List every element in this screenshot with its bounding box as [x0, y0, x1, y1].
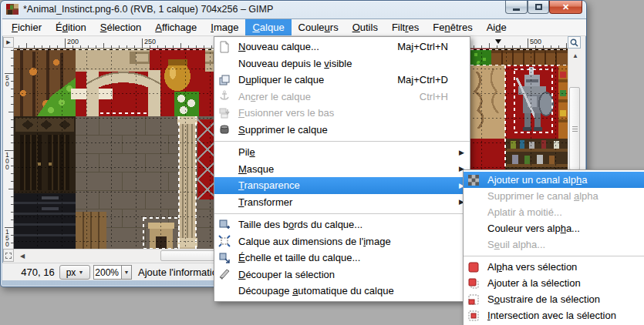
layer-menu-item-transformer[interactable]: Transformer▶	[214, 194, 470, 211]
transparency-submenu-item-ajouter-un-canal-alpha[interactable]: Ajouter un canal alpha	[464, 172, 644, 188]
minimize-button[interactable]	[505, 1, 528, 14]
svg-text:0: 0	[5, 163, 9, 171]
titlebar[interactable]: *Animal_Instinct.png-6.0 (RVB, 1 calque)…	[1, 1, 586, 18]
layer-menu-item-ancrer-le-calque: Ancrer le calqueCtrl+H	[214, 89, 470, 106]
menu-item-label: Soustraire de la sélection	[480, 293, 636, 305]
maximize-button[interactable]	[528, 1, 549, 14]
menubar-item-selection[interactable]: Sélection	[93, 19, 148, 35]
layer-menu-item-decoupage-automatique-du-calque[interactable]: Découpage automatique du calque	[214, 283, 470, 300]
delete-layer-icon	[214, 123, 231, 136]
menu-item-label: Calque aux dimensions de l'image	[231, 236, 459, 247]
layer-menu-item-dupliquer-le-calque[interactable]: Dupliquer le calqueMaj+Ctrl+D	[214, 72, 470, 89]
transparency-submenu-item-couleur-vers-alpha[interactable]: Couleur vers alpha...	[464, 220, 644, 236]
vertical-scrollbar-thumb[interactable]	[569, 87, 580, 170]
menubar: FichierÉditionSélectionAffichageImageCal…	[2, 19, 586, 36]
layer-menu-item-nouveau-calque[interactable]: Nouveau calque...Maj+Ctrl+N	[214, 39, 470, 55]
menu-item-label: Transformer	[231, 196, 459, 208]
triangle-icon: ▶	[6, 39, 10, 45]
menu-item-label: Nouveau depuis le visible	[231, 58, 459, 69]
zoom-combo[interactable]: 200% ▼	[93, 265, 132, 280]
menu-item-label: Nouveau calque...	[231, 41, 397, 52]
menu-item-label: Découper la sélection	[231, 269, 459, 280]
duplicate-layer-icon	[214, 74, 231, 86]
transparency-submenu-item-supprimer-le-canal-alpha: Supprimer le canal alpha	[464, 188, 644, 204]
menubar-item-affichage[interactable]: Affichage	[148, 19, 204, 35]
menu-separator	[214, 138, 470, 144]
layer-menu-item-masque[interactable]: Masque▶	[214, 161, 470, 178]
menubar-item-filtres[interactable]: Filtres	[385, 19, 426, 35]
ruler-corner-menu-button[interactable]: ▶	[3, 37, 14, 48]
layer-menu-item-nouveau-depuis-le-visible[interactable]: Nouveau depuis le visible	[214, 55, 470, 72]
unit-dropdown[interactable]: px ▼	[59, 265, 90, 280]
subtract-selection-icon	[464, 293, 480, 306]
resize-border-icon	[214, 219, 231, 231]
transparency-submenu-item-intersection-avec-la-selection[interactable]: Intersection avec la sélection	[464, 307, 644, 323]
close-button[interactable]: ✕	[549, 1, 582, 14]
svg-text:500: 500	[530, 38, 541, 45]
menubar-item-fichier[interactable]: Fichier	[5, 19, 49, 35]
scroll-up-icon[interactable]: ▲	[572, 53, 578, 59]
menubar-item-couleurs[interactable]: Couleurs	[292, 19, 346, 35]
scroll-left-icon[interactable]: ◀	[20, 253, 25, 260]
fit-image-icon	[214, 235, 231, 247]
transparency-submenu-item-ajouter-a-la-selection[interactable]: Ajouter à la sélection	[464, 275, 644, 291]
menu-item-label: Masque	[231, 163, 459, 175]
menu-separator	[464, 253, 644, 259]
transparency-submenu-item-soustraire-de-la-selection[interactable]: Soustraire de la sélection	[464, 291, 644, 307]
menu-item-label: Seuil alpha...	[480, 239, 636, 250]
menubar-item-aide[interactable]: Aide	[480, 19, 514, 35]
submenu-arrow-icon: ▶	[459, 149, 470, 156]
window-title: *Animal_Instinct.png-6.0 (RVB, 1 calque)…	[23, 4, 273, 15]
transparency-submenu-item-aplatir-a-moitie: Aplatir à moitié...	[464, 204, 644, 220]
layer-menu-item-echelle-et-taille-du-calque[interactable]: Échelle et taille du calque...	[214, 250, 470, 266]
zoom-dropdown-icon[interactable]: ▼	[121, 266, 131, 279]
menu-item-label: Pile	[231, 146, 459, 158]
merge-down-icon	[214, 107, 231, 119]
menubar-item-edition[interactable]: Édition	[49, 19, 93, 35]
menu-item-shortcut: Ctrl+H	[420, 91, 448, 102]
intersect-selection-icon	[464, 310, 480, 322]
scale-layer-icon	[214, 252, 231, 264]
layer-menu-item-calque-aux-dimensions-de-l-image[interactable]: Calque aux dimensions de l'image	[214, 233, 470, 250]
layer-menu-item-transparence[interactable]: Transparence▶	[214, 177, 470, 194]
maximize-icon	[535, 4, 542, 10]
transparency-submenu-popup: Ajouter un canal alphaSupprimer le canal…	[463, 169, 644, 325]
desktop: { "window": { "title": "*Animal_Instinct…	[0, 0, 644, 325]
transparency-submenu-item-seuil-alpha: Seuil alpha...	[464, 236, 644, 253]
layer-menu-item-decouper-la-selection[interactable]: Découper la sélection	[214, 266, 470, 283]
menu-item-label: Supprimer le calque	[231, 124, 459, 136]
zoom-value: 200%	[94, 266, 121, 279]
menu-item-label: Transparence	[231, 179, 459, 191]
menubar-item-outils[interactable]: Outils	[346, 19, 385, 35]
menubar-item-fenetres[interactable]: Fenêtres	[426, 19, 479, 35]
crop-icon	[214, 268, 231, 280]
layer-menu-item-pile[interactable]: Pile▶	[214, 144, 470, 161]
layer-menu-popup: Nouveau calque...Maj+Ctrl+NNouveau depui…	[214, 36, 470, 302]
window-thumbnail-icon	[6, 4, 19, 15]
new-layer-icon	[214, 41, 231, 53]
minimize-icon	[513, 8, 520, 11]
menu-item-label: Ajouter à la sélection	[480, 277, 636, 289]
menu-item-label: Découpage automatique du calque	[231, 285, 459, 297]
vertical-ruler[interactable]: 50100150	[3, 49, 14, 249]
svg-text:0: 0	[5, 240, 9, 248]
menu-item-shortcut: Maj+Ctrl+D	[397, 74, 448, 85]
menubar-item-calque[interactable]: Calque	[245, 19, 291, 35]
layer-menu-item-supprimer-le-calque[interactable]: Supprimer le calque	[214, 122, 470, 139]
zoom-fit-button[interactable]	[568, 36, 581, 49]
layer-menu-item-taille-des-bords-du-calque[interactable]: Taille des bords du calque...	[214, 216, 470, 233]
menu-item-shortcut: Maj+Ctrl+N	[397, 41, 448, 52]
menu-item-label: Fusionner vers le bas	[231, 107, 459, 119]
chevron-down-icon: ▼	[78, 270, 83, 275]
menu-item-label: Ajouter un canal alpha	[480, 174, 636, 186]
transparency-submenu-item-alpha-vers-selection[interactable]: Alpha vers sélection	[464, 259, 644, 275]
status-message: Ajoute l'information	[138, 266, 223, 278]
menu-item-label: Dupliquer le calque	[231, 74, 397, 85]
menubar-item-image[interactable]: Image	[204, 19, 245, 35]
checker-icon	[464, 174, 480, 186]
menu-item-label: Intersection avec la sélection	[480, 310, 636, 321]
menu-separator	[214, 210, 470, 216]
pointer-position: 470, 16	[15, 266, 61, 278]
svg-text:200: 200	[67, 38, 79, 45]
quick-mask-button[interactable]	[3, 249, 14, 262]
